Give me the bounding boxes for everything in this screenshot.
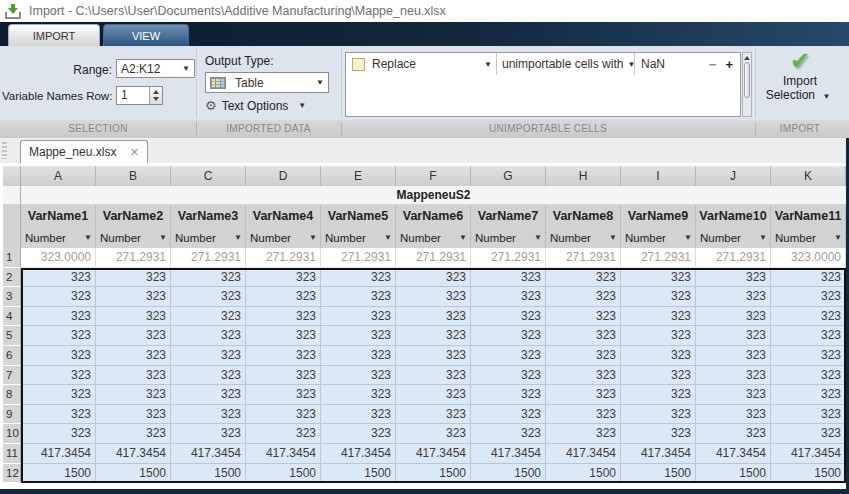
data-cell[interactable]: 323 [21,268,96,288]
type-dropdown[interactable]: Number▼ [771,228,846,248]
data-cell[interactable]: 323 [171,366,246,386]
data-cell[interactable]: 1500 [621,464,696,484]
row-number[interactable]: 11 [3,444,21,464]
data-cell[interactable]: 271.2931 [321,248,396,268]
data-cell[interactable]: 323 [246,385,321,405]
varname-header[interactable]: VarName1 [21,205,96,228]
row-number[interactable]: 10 [3,424,21,444]
data-cell[interactable]: 323 [696,346,771,366]
type-dropdown[interactable]: Number▼ [171,228,246,248]
data-cell[interactable]: 323 [21,385,96,405]
data-cell[interactable]: 323 [471,424,546,444]
row-number[interactable]: 1 [3,248,21,268]
data-cell[interactable]: 323 [171,385,246,405]
data-cell[interactable]: 323 [621,385,696,405]
data-cell[interactable]: 323 [321,268,396,288]
data-cell[interactable]: 323 [696,424,771,444]
varname-header[interactable]: VarName7 [471,205,546,228]
varname-header[interactable]: VarName2 [96,205,171,228]
data-cell[interactable]: 323 [696,326,771,346]
varname-header[interactable]: VarName3 [171,205,246,228]
data-cell[interactable]: 323 [96,424,171,444]
add-rule-button[interactable]: + [725,57,733,72]
data-cell[interactable]: 271.2931 [246,248,321,268]
column-header-G[interactable]: G [471,166,546,186]
varname-header[interactable]: VarName10 [696,205,771,228]
data-cell[interactable]: 323 [471,385,546,405]
column-header-K[interactable]: K [771,166,846,186]
data-cell[interactable]: 323 [246,307,321,327]
type-dropdown[interactable]: Number▼ [396,228,471,248]
type-dropdown[interactable]: Number▼ [546,228,621,248]
varname-header[interactable]: VarName9 [621,205,696,228]
data-cell[interactable]: 323 [321,307,396,327]
column-header-I[interactable]: I [621,166,696,186]
data-cell[interactable]: 323 [246,405,321,425]
row-number[interactable]: 6 [3,346,21,366]
data-cell[interactable]: 323 [621,405,696,425]
data-cell[interactable]: 417.3454 [21,444,96,464]
rule-value-field[interactable]: NaN [635,57,709,71]
data-cell[interactable]: 323 [21,287,96,307]
type-dropdown[interactable]: Number▼ [696,228,771,248]
document-tab[interactable]: Mappe_neu.xlsx ✕ [20,140,148,163]
tab-view[interactable]: VIEW [103,24,189,46]
data-cell[interactable]: 323 [471,307,546,327]
data-cell[interactable]: 323 [246,424,321,444]
data-cell[interactable]: 323 [246,287,321,307]
data-cell[interactable]: 323 [321,326,396,346]
data-cell[interactable]: 323 [546,385,621,405]
data-cell[interactable]: 1500 [471,464,546,484]
data-cell[interactable]: 271.2931 [96,248,171,268]
data-cell[interactable]: 1500 [771,464,846,484]
rule-target-dropdown[interactable]: unimportable cells with ▼ [497,53,634,75]
data-cell[interactable]: 323 [546,346,621,366]
data-cell[interactable]: 323 [546,326,621,346]
varname-header[interactable]: VarName11 [771,205,846,228]
data-cell[interactable]: 323 [321,287,396,307]
data-cell[interactable]: 323 [96,405,171,425]
data-cell[interactable]: 271.2931 [696,248,771,268]
data-cell[interactable]: 323 [246,346,321,366]
data-cell[interactable]: 323 [771,326,846,346]
data-cell[interactable]: 323 [321,346,396,366]
data-cell[interactable]: 323 [171,424,246,444]
data-cell[interactable]: 323 [771,366,846,386]
data-cell[interactable]: 323 [21,346,96,366]
data-cell[interactable]: 1500 [21,464,96,484]
data-cell[interactable]: 1500 [171,464,246,484]
type-dropdown[interactable]: Number▼ [471,228,546,248]
data-cell[interactable]: 323 [396,385,471,405]
data-cell[interactable]: 323 [696,268,771,288]
data-cell[interactable]: 1500 [246,464,321,484]
type-dropdown[interactable]: Number▼ [96,228,171,248]
data-cell[interactable]: 323 [621,268,696,288]
data-cell[interactable]: 323 [621,424,696,444]
spinner-buttons[interactable] [149,87,162,104]
data-cell[interactable]: 417.3454 [171,444,246,464]
data-cell[interactable]: 417.3454 [621,444,696,464]
data-cell[interactable]: 323 [396,307,471,327]
scrollbar-thumb[interactable] [744,62,750,98]
data-cell[interactable]: 323 [546,307,621,327]
data-cell[interactable]: 417.3454 [96,444,171,464]
data-cell[interactable]: 323 [546,424,621,444]
data-cell[interactable]: 323 [771,268,846,288]
data-cell[interactable]: 323 [471,326,546,346]
data-cell[interactable]: 323 [21,307,96,327]
data-cell[interactable]: 323.0000 [771,248,846,268]
data-cell[interactable]: 323 [771,405,846,425]
drag-grip-icon[interactable] [2,142,7,159]
data-cell[interactable]: 271.2931 [546,248,621,268]
data-cell[interactable]: 323 [396,326,471,346]
text-options-button[interactable]: ⚙ Text Options ▼ [205,98,310,113]
merged-sheet-header[interactable]: MappeneuS2 [21,186,846,205]
row-number[interactable]: 4 [3,307,21,327]
data-cell[interactable]: 323 [171,405,246,425]
data-cell[interactable]: 323 [471,366,546,386]
data-cell[interactable]: 323 [696,366,771,386]
data-cell[interactable]: 323 [171,346,246,366]
type-dropdown[interactable]: Number▼ [621,228,696,248]
data-cell[interactable]: 323 [546,405,621,425]
scroll-up-icon[interactable] [744,56,750,60]
